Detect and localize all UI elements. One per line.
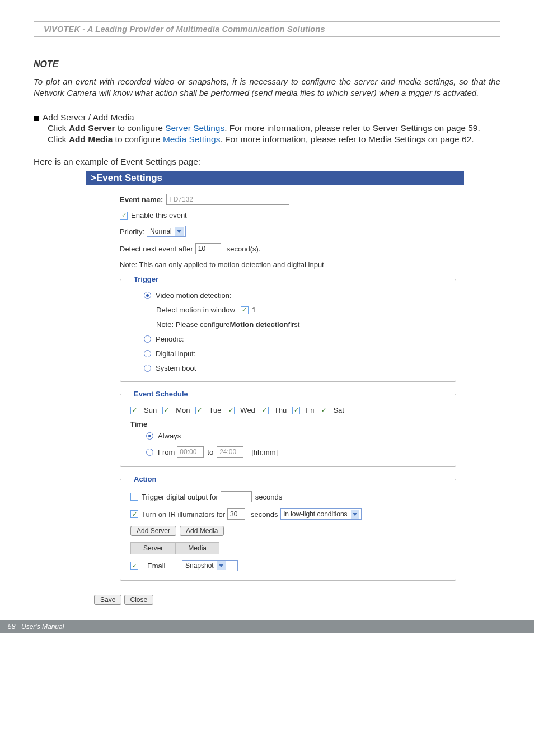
addmedia-paragraph: Click Add Media to configure Media Setti…	[48, 134, 500, 146]
text: . For more information, please refer to …	[220, 134, 474, 144]
time-always-radio[interactable]	[146, 432, 153, 440]
dow-thu-checkbox[interactable]	[261, 407, 269, 414]
page-header: VIVOTEK - A Leading Provider of Multimed…	[34, 22, 500, 35]
time-to-input[interactable]	[217, 446, 243, 458]
priority-value: Normal	[150, 227, 172, 235]
dow-sun-checkbox[interactable]	[130, 407, 138, 414]
time-label: Time	[130, 420, 446, 428]
server-email-label: Email	[147, 562, 176, 570]
detect-window-1-checkbox[interactable]	[241, 306, 249, 314]
trigger-do-checkbox[interactable]	[130, 493, 138, 501]
priority-label: Priority:	[120, 227, 144, 236]
detect-note: Note: This can only applied to motion de…	[120, 260, 324, 269]
ir-condition-select[interactable]: in low-light conditions	[280, 508, 362, 520]
text: . For more information, please refer to …	[224, 123, 480, 133]
dow-fri-checkbox[interactable]	[292, 407, 300, 414]
schedule-legend: Event Schedule	[130, 390, 191, 398]
dow-wed-label: Wed	[240, 406, 255, 414]
time-from-input[interactable]	[177, 446, 204, 458]
dow-mon-label: Mon	[176, 406, 190, 414]
close-button[interactable]: Close	[124, 595, 154, 605]
chevron-down-icon	[175, 227, 184, 236]
media-select-value: Snapshot	[185, 562, 214, 570]
bullet-icon	[34, 116, 39, 121]
trigger-boot-label: System boot	[156, 364, 196, 372]
text: Click	[48, 123, 69, 133]
trigger-digital-radio[interactable]	[144, 350, 151, 357]
server-settings-link[interactable]: Server Settings	[165, 123, 224, 133]
event-name-label: Event name:	[120, 195, 163, 204]
action-fieldset: Action Trigger digital output for second…	[120, 475, 456, 581]
schedule-fieldset: Event Schedule Sun Mon Tue Wed Thu Fri S…	[120, 390, 456, 467]
page-footer: 58 - User's Manual	[0, 620, 534, 633]
trigger-do-seconds-input[interactable]	[221, 491, 252, 502]
detect-label-b: second(s).	[227, 245, 261, 253]
detect-seconds-input[interactable]	[195, 243, 221, 254]
panel-title: >Event Settings	[86, 171, 464, 185]
trigger-do-label-b: seconds	[255, 493, 282, 501]
dow-thu-label: Thu	[274, 406, 287, 414]
dow-sat-checkbox[interactable]	[320, 407, 327, 414]
dow-tue-label: Tue	[209, 406, 221, 414]
ir-checkbox[interactable]	[130, 510, 138, 518]
server-media-table: Server Media	[130, 542, 219, 554]
dow-tue-checkbox[interactable]	[195, 407, 203, 414]
detect-window-1-label: 1	[252, 306, 256, 314]
priority-select[interactable]: Normal	[147, 226, 186, 237]
text: to configure	[115, 123, 166, 133]
trigger-periodic-label: Periodic:	[156, 335, 184, 343]
note-heading: NOTE	[34, 59, 500, 69]
dow-wed-checkbox[interactable]	[227, 407, 235, 414]
action-legend: Action	[130, 475, 160, 483]
text: Click	[48, 134, 69, 144]
ir-label-a: Turn on IR illuminators for	[142, 510, 225, 519]
motion-note-a: Note: Please configure	[156, 320, 230, 329]
time-format-hint: [hh:mm]	[251, 448, 278, 456]
trigger-video-radio[interactable]	[144, 292, 151, 299]
event-settings-panel: >Event Settings Event name: Enable this …	[86, 171, 464, 605]
server-email-checkbox[interactable]	[130, 562, 138, 570]
media-select[interactable]: Snapshot	[182, 560, 238, 571]
bold-add-media: Add Media	[69, 134, 113, 144]
time-to-label: to	[207, 448, 213, 456]
chevron-down-icon	[217, 561, 226, 570]
add-server-button[interactable]: Add Server	[130, 526, 176, 536]
trigger-digital-label: Digital input:	[156, 349, 196, 358]
example-intro: Here is an example of Event Settings pag…	[34, 157, 500, 167]
dow-sun-label: Sun	[144, 406, 157, 414]
trigger-boot-radio[interactable]	[144, 365, 151, 372]
detect-window-label: Detect motion in window	[156, 306, 235, 314]
event-name-input[interactable]	[166, 194, 289, 205]
bullet-title: Add Server / Add Media	[43, 113, 134, 123]
time-always-label: Always	[158, 432, 181, 440]
detect-label-a: Detect next event after	[120, 245, 193, 253]
chevron-down-icon	[351, 510, 359, 519]
time-from-radio[interactable]	[146, 449, 153, 456]
trigger-do-label-a: Trigger digital output for	[142, 493, 218, 501]
trigger-legend: Trigger	[130, 275, 162, 283]
add-media-button[interactable]: Add Media	[180, 526, 224, 536]
ir-condition-value: in low-light conditions	[284, 510, 348, 518]
trigger-video-label: Video motion detection:	[156, 291, 232, 300]
text: to configure	[113, 134, 163, 144]
time-from-label: From	[158, 448, 175, 456]
motion-note-b: first	[288, 320, 300, 329]
media-settings-link[interactable]: Media Settings	[163, 134, 221, 144]
ir-seconds-input[interactable]	[227, 508, 245, 520]
th-media: Media	[176, 543, 219, 554]
save-button[interactable]: Save	[94, 595, 121, 605]
trigger-periodic-radio[interactable]	[144, 335, 151, 343]
ir-label-b: seconds	[251, 510, 278, 519]
motion-detection-link[interactable]: Motion detection	[230, 320, 288, 329]
note-body: To plot an event with recorded video or …	[34, 76, 500, 99]
enable-event-label: Enable this event	[131, 211, 187, 220]
th-server: Server	[131, 543, 176, 554]
trigger-fieldset: Trigger Video motion detection: Detect m…	[120, 275, 456, 382]
bold-add-server: Add Server	[69, 123, 115, 133]
dow-mon-checkbox[interactable]	[162, 407, 170, 414]
dow-fri-label: Fri	[306, 406, 314, 414]
enable-event-checkbox[interactable]	[120, 212, 128, 220]
addserver-paragraph: Click Add Server to configure Server Set…	[48, 123, 500, 134]
dow-sat-label: Sat	[333, 406, 344, 414]
